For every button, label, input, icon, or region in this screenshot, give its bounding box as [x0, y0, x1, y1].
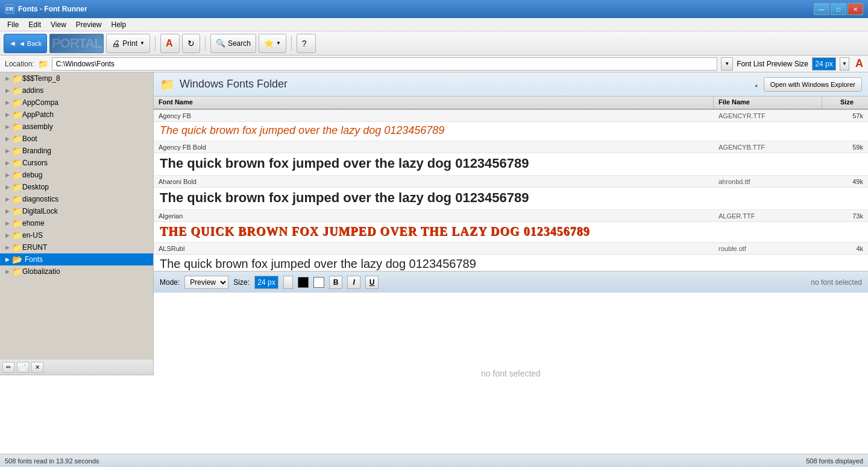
sidebar-item-assembly[interactable]: ▶ 📁 assembly — [0, 121, 153, 133]
font-a-button[interactable]: A — [160, 34, 180, 53]
open-explorer-button[interactable]: Open with Windows Explorer — [764, 77, 862, 92]
no-font-label-toolbar: no font selected — [383, 278, 862, 287]
col-header-file-name[interactable]: File Name — [714, 97, 822, 109]
address-label: Location: — [5, 60, 34, 68]
sidebar-item-cursors[interactable]: ▶ 📁 Cursors — [0, 157, 153, 169]
address-folder-icon: 📁 — [38, 59, 48, 69]
sidebar-item-fonts[interactable]: ▶ 📂 Fonts — [0, 253, 153, 265]
list-item[interactable]: Agency FB AGENCYR.TTF 57k The quick brow… — [154, 110, 868, 141]
preview-panel: no font selected — [154, 293, 868, 454]
help-button[interactable]: ? — [297, 34, 316, 53]
status-left: 508 fonts read in 13.92 seconds — [5, 457, 806, 465]
folder-icon: 📁 — [12, 86, 22, 95]
sidebar-item-debug[interactable]: ▶ 📁 debug — [0, 169, 153, 181]
expand-icon[interactable]: ▶ — [2, 110, 12, 119]
underline-button[interactable]: U — [365, 276, 379, 289]
sidebar-tool-delete[interactable]: ✕ — [31, 362, 43, 373]
sidebar-tool-new[interactable]: 📄 — [17, 362, 29, 373]
font-list[interactable]: Agency FB AGENCYR.TTF 57k The quick brow… — [154, 110, 868, 271]
expand-icon[interactable]: ▶ — [2, 243, 12, 252]
app-icon: FR — [5, 4, 14, 14]
sidebar-tool-edit[interactable]: ✏ — [2, 362, 14, 373]
col-header-font-name[interactable]: Font Name — [154, 97, 714, 109]
expand-icon[interactable]: ▶ — [2, 230, 12, 240]
menu-preview[interactable]: Preview — [71, 19, 107, 30]
menu-help[interactable]: Help — [107, 19, 131, 30]
color-black-swatch[interactable] — [298, 277, 309, 288]
refresh-button[interactable]: ↻ — [182, 34, 200, 53]
bold-button[interactable]: B — [329, 276, 342, 289]
search-button[interactable]: 🔍 Search — [210, 34, 256, 53]
sidebar-item-globalization[interactable]: ▶ 📁 Globalizatio — [0, 265, 153, 278]
sidebar-item-digitallock[interactable]: ▶ 📁 DigitalLock — [0, 205, 153, 217]
font-preview: The quick brown fox jumped over the lazy… — [154, 153, 868, 175]
sidebar-item-addins[interactable]: ▶ 📁 addins — [0, 84, 153, 97]
window-title: Fonts - Font Runner — [18, 5, 814, 13]
mode-select[interactable]: Preview Sample Text — [184, 276, 228, 289]
print-button[interactable]: 🖨 Print ▼ — [106, 34, 150, 53]
sidebar-item-branding[interactable]: ▶ 📁 Branding — [0, 145, 153, 157]
expand-icon[interactable]: ▶ — [2, 98, 12, 107]
status-bar: 508 fonts read in 13.92 seconds 508 font… — [0, 454, 868, 467]
list-item[interactable]: Algerian ALGER.TTF 73k THE QUICK BROWN F… — [154, 210, 868, 243]
expand-icon[interactable]: ▶ — [2, 182, 12, 192]
sidebar-preview-panel — [0, 375, 154, 454]
sidebar-tree[interactable]: ▶ 📁 $$$Temp_8 ▶ 📁 addins ▶ 📁 AppCompa ▶ … — [0, 72, 153, 360]
menu-edit[interactable]: Edit — [24, 19, 46, 30]
star-icon: ⭐ — [264, 39, 274, 48]
expand-icon[interactable]: ▶ — [2, 122, 12, 132]
main-content: ▶ 📁 $$$Temp_8 ▶ 📁 addins ▶ 📁 AppCompa ▶ … — [0, 72, 868, 454]
folder-icon: 📁 — [12, 74, 22, 83]
address-input[interactable] — [52, 57, 718, 71]
size-label: Size: — [233, 278, 250, 287]
favorites-dropdown-arrow: ▼ — [276, 40, 281, 46]
mode-label: Mode: — [160, 278, 180, 287]
maximize-button[interactable]: □ — [831, 3, 846, 15]
list-item[interactable]: Aharoni Bold ahronbd.ttf 49k The quick b… — [154, 176, 868, 210]
font-preview-size-input[interactable] — [812, 57, 836, 71]
expand-icon[interactable]: ▶ — [2, 134, 12, 144]
size-input[interactable] — [254, 276, 278, 289]
font-preview: The quick brown fox jumped over the lazy… — [154, 255, 868, 271]
expand-icon[interactable]: ▶ — [2, 158, 12, 168]
minimize-button[interactable]: — — [814, 3, 829, 15]
expand-icon[interactable]: ▶ — [2, 255, 12, 264]
sidebar-item-erunt[interactable]: ▶ 📁 ERUNT — [0, 241, 153, 253]
size-dropdown[interactable] — [283, 276, 293, 289]
font-entry-header: Aharoni Bold ahronbd.ttf 49k — [154, 176, 868, 188]
favorites-button[interactable]: ⭐ ▼ — [259, 34, 286, 53]
font-preview-dropdown[interactable]: ▼ — [840, 57, 849, 71]
back-button[interactable]: ◄ ◄ Back — [4, 34, 47, 53]
menu-view[interactable]: View — [46, 19, 71, 30]
list-item[interactable]: Agency FB Bold AGENCYB.TTF 59k The quick… — [154, 141, 868, 176]
expand-icon[interactable]: ▶ — [2, 74, 12, 83]
italic-button[interactable]: I — [347, 276, 360, 289]
col-header-size[interactable]: Size — [822, 97, 858, 109]
expand-icon[interactable]: ▶ — [2, 194, 12, 204]
sidebar-item-ehome[interactable]: ▶ 📁 ehome — [0, 217, 153, 229]
folder-header-title: Windows Fonts Folder — [180, 78, 749, 91]
sidebar-item-enus[interactable]: ▶ 📁 en-US — [0, 229, 153, 241]
color-white-swatch[interactable] — [313, 277, 324, 288]
expand-icon[interactable]: ▶ — [2, 206, 12, 216]
sidebar-item-apppatch[interactable]: ▶ 📁 AppPatch — [0, 109, 153, 121]
bottom-toolbar: Mode: Preview Sample Text Size: B I U no… — [154, 271, 868, 293]
expand-icon[interactable]: ▶ — [2, 267, 12, 276]
close-button[interactable]: ✕ — [848, 3, 863, 15]
print-icon: 🖨 — [112, 39, 120, 48]
expand-icon[interactable]: ▶ — [2, 218, 12, 228]
sidebar-item-temp[interactable]: ▶ 📁 $$$Temp_8 — [0, 72, 153, 84]
address-dropdown[interactable]: ▼ — [721, 57, 733, 71]
sidebar-item-boot[interactable]: ▶ 📁 Boot — [0, 133, 153, 145]
list-item[interactable]: ALSRubl rouble.otf 4k The quick brown fo… — [154, 243, 868, 271]
sidebar-item-appcompa[interactable]: ▶ 📁 AppCompa — [0, 97, 153, 109]
expand-icon[interactable]: ▶ — [2, 170, 12, 180]
expand-icon[interactable]: ▶ — [2, 86, 12, 95]
sidebar-item-desktop[interactable]: ▶ 📁 Desktop — [0, 181, 153, 193]
menu-file[interactable]: File — [2, 19, 24, 30]
expand-icon[interactable]: ▶ — [2, 146, 12, 156]
address-bar: Location: 📁 ▼ Font List Preview Size ▼ A — [0, 56, 868, 72]
font-preview-size-label: Font List Preview Size — [737, 60, 808, 68]
toolbar-separator-3 — [291, 36, 292, 51]
sidebar-item-diagnostics[interactable]: ▶ 📁 diagnostics — [0, 193, 153, 205]
